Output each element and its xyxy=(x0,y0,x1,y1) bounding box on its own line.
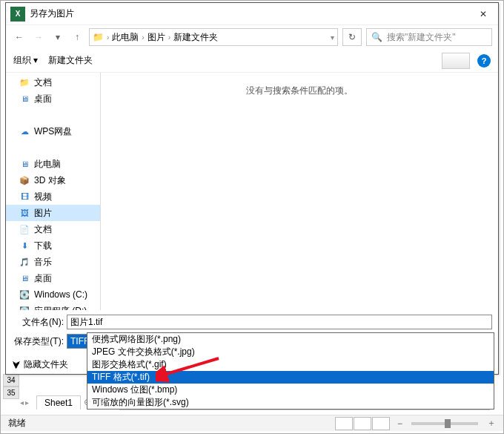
tree-item-11[interactable]: 🎵音乐 xyxy=(6,254,100,270)
tree-item-label: 桌面 xyxy=(34,93,52,105)
status-bar: 就绪 − ＋ xyxy=(1,415,503,431)
crumb-0[interactable]: 此电脑 xyxy=(112,31,139,44)
next-sheet-icon: ▸ xyxy=(25,398,29,407)
crumb-2[interactable]: 新建文件夹 xyxy=(173,31,218,44)
back-button[interactable]: ← xyxy=(12,30,27,45)
pic-icon: 🖼 xyxy=(19,208,30,218)
empty-message: 没有与搜索条件匹配的项。 xyxy=(246,85,353,97)
filetype-option-0[interactable]: 便携式网络图形(*.png) xyxy=(87,333,494,346)
tree-item-label: 文档 xyxy=(34,76,52,89)
toolbar: 组织 ▾ 新建文件夹 ? xyxy=(6,49,498,73)
save-as-dialog: X 另存为图片 ✕ ← → ▾ ↑ 📁 › 此电脑 › 图片 › 新建文件夹 ▾… xyxy=(5,2,499,375)
mon-icon: 🖥 xyxy=(19,159,30,169)
filename-label: 文件名(N): xyxy=(12,316,64,329)
filename-input[interactable]: 图片1.tif xyxy=(67,315,492,329)
close-button[interactable]: ✕ xyxy=(468,3,498,25)
search-input[interactable]: 🔍 搜索"新建文件夹" xyxy=(366,28,492,46)
tree-item-0[interactable]: 📁文档 xyxy=(6,74,100,91)
search-icon: 🔍 xyxy=(371,32,382,42)
tree-item-label: Windows (C:) xyxy=(34,289,87,300)
crumb-dropdown-icon[interactable]: ▾ xyxy=(331,33,334,42)
tree-item-label: WPS网盘 xyxy=(34,125,72,138)
tree-item-2 xyxy=(6,107,100,123)
blank-icon xyxy=(19,110,30,120)
sheet-tab[interactable]: Sheet1 xyxy=(36,395,81,410)
new-folder-button[interactable]: 新建文件夹 xyxy=(48,54,93,67)
tree-item-label: 此电脑 xyxy=(34,158,61,171)
filetype-option-3[interactable]: TIFF 格式(*.tif) xyxy=(87,371,494,384)
vid-icon: 🎞 xyxy=(19,191,30,202)
tree-item-3[interactable]: ☁WPS网盘 xyxy=(6,123,100,139)
mus-icon: 🎵 xyxy=(19,257,30,267)
view-break-icon[interactable] xyxy=(372,417,390,430)
filetype-option-1[interactable]: JPEG 文件交换格式(*.jpg) xyxy=(87,346,494,358)
tree-item-9[interactable]: 📄文档 xyxy=(6,221,100,237)
crumb-1[interactable]: 图片 xyxy=(147,31,165,44)
mon-icon: 🖥 xyxy=(19,273,30,283)
filetype-option-2[interactable]: 图形交换格式(*.gif) xyxy=(87,358,494,371)
tree-item-label: 桌面 xyxy=(34,272,52,285)
chevron-icon: ⮟ xyxy=(12,360,21,370)
up-button[interactable]: ↑ xyxy=(70,30,84,45)
disk-icon: 💽 xyxy=(19,289,30,300)
zoom-minus-icon[interactable]: − xyxy=(397,418,402,429)
view-layout-icon[interactable] xyxy=(354,417,371,430)
tree-item-8[interactable]: 🖼图片 xyxy=(6,205,100,221)
search-placeholder: 搜索"新建文件夹" xyxy=(387,31,456,44)
cube-icon: 📦 xyxy=(19,175,30,185)
tree-item-4 xyxy=(6,139,100,156)
titlebar: X 另存为图片 ✕ xyxy=(6,3,498,25)
history-button[interactable]: ▾ xyxy=(50,30,65,45)
breadcrumb[interactable]: 📁 › 此电脑 › 图片 › 新建文件夹 ▾ xyxy=(89,28,338,46)
tree-item-label: 图片 xyxy=(34,207,52,220)
tree-item-label: 下载 xyxy=(34,240,52,252)
cloud-icon: ☁ xyxy=(19,126,30,137)
help-button[interactable]: ? xyxy=(477,54,491,68)
tree-item-label: 3D 对象 xyxy=(34,174,66,187)
tree-item-label: 音乐 xyxy=(34,256,52,269)
tree-item-10[interactable]: ⬇下载 xyxy=(6,237,100,254)
nav-tree: 📁文档🖥桌面☁WPS网盘🖥此电脑📦3D 对象🎞视频🖼图片📄文档⬇下载🎵音乐🖥桌面… xyxy=(6,73,101,310)
tree-item-5[interactable]: 🖥此电脑 xyxy=(6,156,100,172)
tree-item-label: 文档 xyxy=(34,223,52,236)
tree-item-14[interactable]: 💽应用程序 (D:) xyxy=(6,303,100,310)
filetype-dropdown[interactable]: 便携式网络图形(*.png)JPEG 文件交换格式(*.jpg)图形交换格式(*… xyxy=(87,332,494,410)
tree-item-7[interactable]: 🎞视频 xyxy=(6,188,100,205)
tree-item-12[interactable]: 🖥桌面 xyxy=(6,270,100,286)
folder-icon: 📁 xyxy=(93,32,104,42)
view-normal-icon[interactable] xyxy=(335,417,353,430)
mon-icon: 🖥 xyxy=(19,93,30,104)
tree-item-6[interactable]: 📦3D 对象 xyxy=(6,172,100,188)
filetype-label: 保存类型(T): xyxy=(12,335,64,348)
status-text: 就绪 xyxy=(8,417,26,430)
filetype-option-4[interactable]: Windows 位图(*.bmp) xyxy=(87,384,494,396)
forward-button[interactable]: → xyxy=(31,30,46,45)
refresh-button[interactable]: ↻ xyxy=(342,28,362,46)
organize-button[interactable]: 组织 ▾ xyxy=(13,54,38,67)
file-list-pane: 没有与搜索条件匹配的项。 xyxy=(101,73,498,310)
folder-icon: 📁 xyxy=(19,77,30,88)
sheet-nav[interactable]: ◂ ▸ xyxy=(16,398,33,407)
tree-item-label: 视频 xyxy=(34,191,52,203)
view-mode-button[interactable] xyxy=(442,53,470,69)
zoom-slider[interactable] xyxy=(411,422,478,425)
zoom-plus-icon[interactable]: ＋ xyxy=(487,417,496,430)
tree-item-label: 应用程序 (D:) xyxy=(34,305,87,311)
tree-item-1[interactable]: 🖥桌面 xyxy=(6,91,100,107)
dl-icon: ⬇ xyxy=(19,240,30,251)
tree-item-13[interactable]: 💽Windows (C:) xyxy=(6,286,100,303)
nav-bar: ← → ▾ ↑ 📁 › 此电脑 › 图片 › 新建文件夹 ▾ ↻ 🔍 搜索"新建… xyxy=(6,25,498,49)
doc-icon: 📄 xyxy=(19,224,30,234)
dialog-title: 另存为图片 xyxy=(30,7,468,20)
excel-app-icon: X xyxy=(10,7,25,22)
filetype-option-5[interactable]: 可缩放的向量图形(*.svg) xyxy=(87,396,494,409)
hide-folders-button[interactable]: ⮟ 隐藏文件夹 xyxy=(12,358,68,371)
blank-icon xyxy=(19,142,30,153)
prev-sheet-icon: ◂ xyxy=(20,398,24,407)
